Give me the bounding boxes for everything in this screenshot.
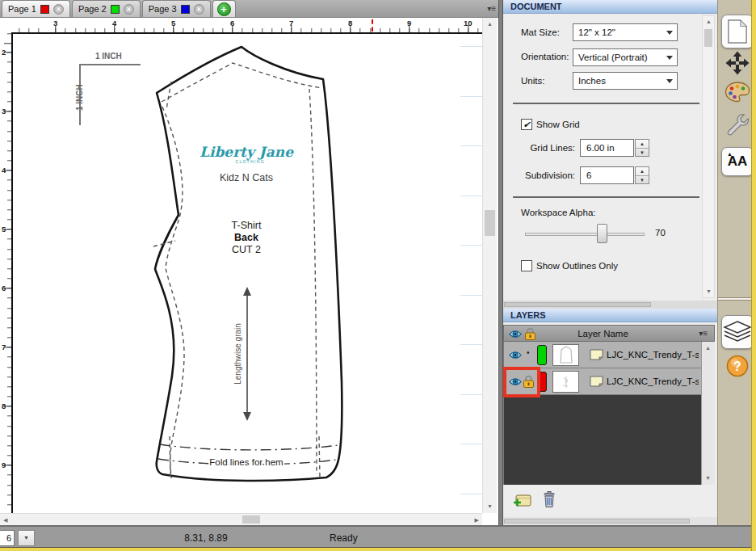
scroll-right-icon[interactable]: ▶ bbox=[475, 517, 479, 524]
layer-menu-icon[interactable]: ▾≡ bbox=[699, 329, 708, 338]
add-layer-icon[interactable] bbox=[513, 492, 532, 508]
show-grid-checkbox[interactable]: ✔ bbox=[521, 119, 532, 130]
workspace-alpha-label: Workspace Alpha: bbox=[521, 208, 595, 217]
layer-list-header: Layer Name ▾≡ bbox=[503, 325, 715, 342]
close-tab-icon[interactable]: ✕ bbox=[194, 4, 204, 15]
document-panel-scrollbar[interactable]: ▲ ▼ bbox=[702, 15, 715, 298]
scrollbar-thumb[interactable] bbox=[485, 210, 495, 236]
status-bar: 6 ▼ 8.31, 8.89 Ready bbox=[0, 525, 756, 547]
scroll-up-icon[interactable]: ▲ bbox=[706, 19, 712, 25]
units-value: Inches bbox=[578, 76, 606, 86]
ruler-vertical: 2 3 4 5 6 7 8 9 bbox=[0, 32, 13, 513]
orientation-value: Vertical (Portrait) bbox=[578, 53, 648, 62]
scrollbar-thumb[interactable] bbox=[704, 29, 712, 47]
scroll-up-icon[interactable]: ▲ bbox=[705, 345, 711, 351]
ruler-number: 8 bbox=[2, 402, 6, 410]
tab-label: Page 2 bbox=[78, 4, 107, 14]
zoom-level-box[interactable]: 6 bbox=[0, 530, 15, 546]
workspace-alpha-value: 70 bbox=[655, 228, 666, 238]
close-tab-icon[interactable]: ✕ bbox=[124, 4, 134, 15]
close-tab-icon[interactable]: ✕ bbox=[53, 4, 64, 15]
show-outlines-checkbox[interactable] bbox=[521, 260, 532, 271]
page-color-swatch[interactable] bbox=[40, 5, 49, 14]
brand-logo: Liberty Jane bbox=[200, 144, 294, 160]
move-tool-button[interactable] bbox=[721, 50, 754, 76]
spinner-up-icon[interactable]: ▲ bbox=[636, 167, 649, 175]
document-settings-tool-button[interactable] bbox=[721, 15, 754, 48]
unlocked-dot-icon[interactable]: • bbox=[527, 348, 530, 357]
tools-button[interactable] bbox=[721, 110, 754, 139]
workspace-alpha-slider-thumb[interactable] bbox=[597, 224, 607, 243]
layer-thumbnail[interactable] bbox=[552, 344, 579, 366]
scrollbar-thumb[interactable] bbox=[504, 519, 690, 524]
layer-thumbnail[interactable] bbox=[552, 371, 579, 393]
workspace-alpha-slider[interactable] bbox=[525, 233, 645, 236]
note-icon bbox=[590, 376, 603, 387]
layer-name: LJC_KNC_Trendy_T-shir bbox=[607, 376, 699, 386]
units-label: Units: bbox=[521, 76, 544, 86]
zoom-dropdown-button[interactable]: ▼ bbox=[18, 530, 35, 546]
ruler-cursor-indicator bbox=[372, 19, 373, 32]
layer-list-scrollbar[interactable]: ▲ ▼ bbox=[701, 342, 715, 485]
brand-logo-sub: C L O T H I N G bbox=[235, 159, 263, 164]
delete-layer-trash-icon[interactable] bbox=[542, 490, 556, 508]
grid-lines-input[interactable]: 6.00 in bbox=[580, 139, 634, 157]
text-size-marker-icon: ▲ bbox=[727, 151, 733, 157]
spinner-up-icon[interactable]: ▲ bbox=[636, 140, 649, 148]
visibility-eye-icon[interactable] bbox=[509, 350, 522, 360]
scroll-up-icon[interactable]: ▲ bbox=[487, 21, 493, 27]
spinner-down-icon[interactable]: ▼ bbox=[636, 175, 649, 183]
grid-lines-spinner[interactable]: ▲▼ bbox=[635, 139, 649, 157]
subdivision-spinner[interactable]: ▲▼ bbox=[635, 166, 649, 184]
layer-name: LJC_KNC_Trendy_T-shir bbox=[607, 350, 699, 360]
chevron-down-icon bbox=[666, 31, 673, 38]
design-canvas[interactable]: 3 4 5 6 7 8 9 10 2 3 4 5 6 7 8 9 1 INCH bbox=[0, 18, 501, 525]
text-tool-button[interactable]: ▲ AA bbox=[721, 147, 754, 176]
ruler-number: 3 bbox=[2, 107, 6, 116]
page-color-swatch[interactable] bbox=[181, 5, 190, 14]
help-button[interactable]: ? bbox=[721, 353, 754, 379]
right-toolbar: ▲ AA ? bbox=[717, 0, 756, 525]
scroll-down-icon[interactable]: ▼ bbox=[706, 288, 712, 295]
status-message: Ready bbox=[330, 532, 358, 544]
cursor-coordinates: 8.31, 8.89 bbox=[162, 532, 250, 544]
page-tab-bar: Page 1 ✕ Page 2 ✕ Page 3 ✕ + ▾≡ bbox=[0, 0, 501, 18]
color-palette-icon bbox=[724, 81, 750, 103]
canvas-horizontal-scrollbar[interactable]: ◀ ▶ bbox=[0, 513, 482, 525]
mat-size-dropdown[interactable]: 12" x 12" bbox=[573, 23, 678, 41]
orientation-dropdown[interactable]: Vertical (Portrait) bbox=[573, 48, 678, 66]
tab-page-3[interactable]: Page 3 ✕ bbox=[142, 0, 211, 17]
tab-page-1[interactable]: Page 1 ✕ bbox=[2, 0, 70, 17]
subdivision-input[interactable]: 6 bbox=[580, 166, 634, 184]
help-question-icon: ? bbox=[726, 355, 749, 377]
scroll-down-icon[interactable]: ▼ bbox=[487, 503, 493, 510]
ruler-number: 7 bbox=[2, 343, 6, 351]
fill-color-tool-button[interactable] bbox=[721, 78, 754, 106]
page-workspace[interactable]: 1 INCH 1 INCH bbox=[15, 34, 482, 513]
divider bbox=[513, 196, 699, 198]
add-page-tab[interactable]: + bbox=[212, 0, 236, 17]
scrollbar-thumb[interactable] bbox=[242, 515, 260, 524]
layers-tool-button[interactable] bbox=[721, 315, 754, 349]
wrench-icon bbox=[725, 112, 750, 137]
panel-horizontal-scrollbar[interactable] bbox=[503, 301, 717, 309]
units-dropdown[interactable]: Inches bbox=[573, 72, 678, 90]
scroll-left-icon[interactable]: ◀ bbox=[3, 517, 7, 524]
layer-row-1[interactable]: • LJC_KNC_Trendy_T-shir bbox=[503, 342, 701, 368]
pattern-piece-tshirt-back[interactable]: Liberty Jane C L O T H I N G Kidz N Cats… bbox=[15, 34, 482, 513]
tab-page-2[interactable]: Page 2 ✕ bbox=[72, 0, 141, 17]
add-page-icon[interactable]: + bbox=[217, 2, 231, 16]
scrollbar-thumb[interactable] bbox=[504, 302, 651, 307]
layer-color-bar[interactable] bbox=[537, 345, 547, 365]
canvas-vertical-scrollbar[interactable]: ▲ ▼ bbox=[482, 18, 497, 513]
spinner-down-icon[interactable]: ▼ bbox=[636, 148, 649, 156]
ruler-number: 4 bbox=[2, 166, 6, 175]
cut-count-label: CUT 2 bbox=[232, 244, 261, 255]
ruler-number: 9 bbox=[2, 461, 6, 469]
layers-horizontal-scrollbar[interactable] bbox=[503, 517, 717, 525]
document-panel-title: DOCUMENT bbox=[510, 2, 562, 11]
tab-menu-icon[interactable]: ▾≡ bbox=[487, 4, 496, 13]
page-color-swatch[interactable] bbox=[111, 5, 120, 14]
layers-panel: LAYERS Layer Name ▾≡ bbox=[503, 309, 717, 517]
scroll-down-icon[interactable]: ▼ bbox=[705, 475, 711, 482]
